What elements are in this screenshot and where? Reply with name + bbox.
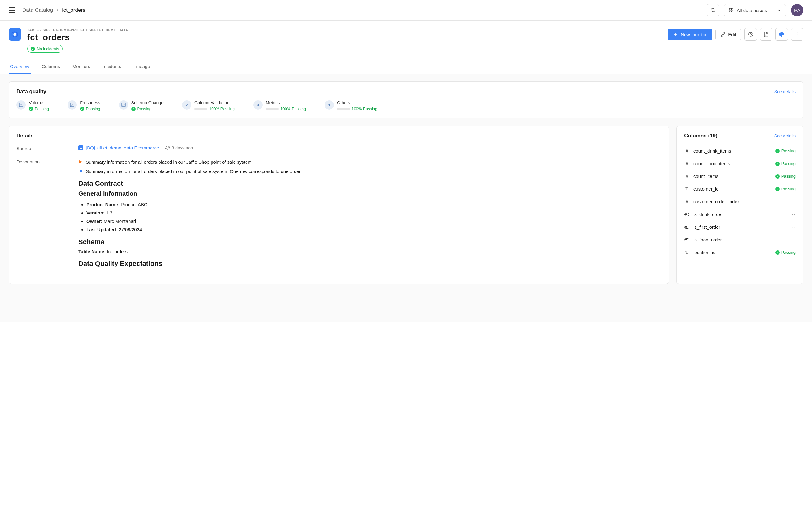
new-monitor-label: New monitor — [681, 32, 707, 37]
column-status: -- — [792, 199, 796, 204]
svg-rect-2 — [729, 9, 731, 10]
svg-point-0 — [711, 9, 714, 12]
external-link-icon — [779, 32, 784, 37]
svg-text:SQL: SQL — [765, 35, 768, 36]
dq-icon: 1 — [324, 100, 334, 109]
edit-button[interactable]: Edit — [715, 29, 741, 40]
svg-point-20 — [79, 170, 82, 172]
dq-icon: 4 — [253, 100, 263, 109]
tab-columns[interactable]: Columns — [41, 60, 61, 74]
svg-rect-5 — [731, 11, 733, 12]
source-link[interactable]: [BQ] sifflet_demo_data Ecommerce — [86, 145, 159, 150]
svg-point-15 — [797, 34, 797, 35]
check-icon: ✓ — [80, 107, 84, 111]
dq-label: Freshness — [80, 100, 100, 105]
dq-item[interactable]: Freshness✓Passing — [68, 100, 100, 111]
desc-line-1: Summary information for all orders place… — [86, 159, 252, 166]
dq-status-label: Passing — [86, 106, 100, 111]
column-status: ✓Passing — [775, 187, 796, 191]
tab-overview[interactable]: Overview — [9, 60, 31, 74]
column-name: is_first_order — [693, 224, 788, 230]
refresh-icon — [165, 146, 170, 150]
visibility-button[interactable] — [744, 28, 757, 41]
dq-item[interactable]: Volume✓Passing — [16, 100, 49, 111]
data-quality-card: Data quality See details Volume✓PassingF… — [9, 81, 803, 118]
new-monitor-button[interactable]: New monitor — [668, 29, 712, 40]
column-name: is_food_order — [693, 237, 788, 242]
columns-see-details-link[interactable]: See details — [774, 133, 796, 138]
grid-icon — [729, 8, 734, 13]
column-name: count_items — [693, 174, 772, 179]
column-row[interactable]: Tlocation_id✓Passing — [684, 246, 796, 259]
sifflet-icon — [78, 169, 83, 174]
desc-line-2: Summary information for all orders place… — [86, 168, 301, 175]
edit-label: Edit — [728, 32, 736, 37]
svg-point-14 — [797, 32, 797, 33]
asset-header: TABLE - SIFFLET-DEMO-PROJECT.SIFFLET_DEM… — [0, 21, 812, 52]
export-button[interactable] — [775, 28, 788, 41]
column-row[interactable]: Tcustomer_id✓Passing — [684, 183, 796, 195]
check-icon: ✓ — [775, 251, 780, 255]
tab-monitors[interactable]: Monitors — [71, 60, 92, 74]
dq-item[interactable]: 1Others100% Passing — [324, 100, 377, 111]
column-row[interactable]: #count_food_items✓Passing — [684, 157, 796, 170]
incident-status-badge: ✓ No incidents — [27, 45, 62, 52]
assets-dropdown-label: All data assets — [737, 8, 767, 13]
dq-item[interactable]: Schema Change✓Passing — [119, 100, 163, 111]
check-icon: ✓ — [775, 149, 780, 153]
column-row[interactable]: is_first_order-- — [684, 221, 796, 233]
bq-icon: ◆ — [78, 146, 83, 150]
column-row[interactable]: is_food_order-- — [684, 233, 796, 246]
breadcrumb-current: fct_orders — [62, 7, 86, 13]
number-icon: # — [684, 174, 690, 179]
dq-item[interactable]: 4Metrics100% Passing — [253, 100, 306, 111]
dq-label: Others — [337, 100, 377, 105]
text-icon: T — [684, 187, 690, 192]
number-icon: # — [684, 199, 690, 204]
svg-line-1 — [714, 11, 715, 12]
heading-general-info: General Information — [78, 190, 661, 197]
dq-label: Metrics — [266, 100, 306, 105]
svg-point-16 — [797, 35, 797, 36]
check-icon: ✓ — [775, 162, 780, 166]
column-status: ✓Passing — [775, 149, 796, 153]
column-status: ✓Passing — [775, 161, 796, 166]
column-row[interactable]: is_drink_order-- — [684, 208, 796, 221]
column-row[interactable]: #customer_order_index-- — [684, 195, 796, 208]
check-icon: ✓ — [29, 107, 33, 111]
assets-dropdown[interactable]: All data assets — [724, 4, 786, 16]
plus-icon — [673, 32, 678, 37]
breadcrumb-root[interactable]: Data Catalog — [22, 7, 53, 13]
asset-type-icon — [9, 28, 21, 41]
svg-rect-13 — [782, 35, 784, 37]
dq-status-label: 100% Passing — [209, 106, 235, 111]
column-status: ✓Passing — [775, 174, 796, 179]
dq-item[interactable]: 2Column Validation100% Passing — [182, 100, 235, 111]
column-status: -- — [792, 225, 796, 229]
search-button[interactable] — [707, 4, 719, 16]
check-icon: ✓ — [775, 174, 780, 179]
dq-icon — [119, 100, 128, 109]
chevron-down-icon — [777, 8, 781, 12]
dbt-icon — [78, 160, 83, 164]
tab-incidents[interactable]: Incidents — [101, 60, 122, 74]
column-row[interactable]: #count_items✓Passing — [684, 170, 796, 183]
column-row[interactable]: #count_drink_items✓Passing — [684, 145, 796, 157]
details-title: Details — [16, 133, 661, 139]
tabs: Overview Columns Monitors Incidents Line… — [0, 60, 812, 74]
li-product-name: Product Name: Product ABC — [86, 200, 661, 209]
column-name: count_drink_items — [693, 148, 772, 153]
sql-button[interactable]: SQL — [760, 28, 772, 41]
user-avatar[interactable]: MA — [791, 4, 803, 16]
dq-label: Column Validation — [194, 100, 235, 105]
dq-icon — [68, 100, 77, 109]
description-label: Description — [16, 159, 72, 270]
column-status: -- — [792, 212, 796, 217]
more-button[interactable] — [791, 28, 803, 41]
number-icon: # — [684, 149, 690, 153]
li-version: Version: 1.3 — [86, 209, 661, 217]
hamburger-menu-icon[interactable] — [9, 6, 17, 15]
dq-see-details-link[interactable]: See details — [774, 89, 796, 94]
li-owner: Owner: Marc Montanari — [86, 217, 661, 225]
tab-lineage[interactable]: Lineage — [132, 60, 151, 74]
